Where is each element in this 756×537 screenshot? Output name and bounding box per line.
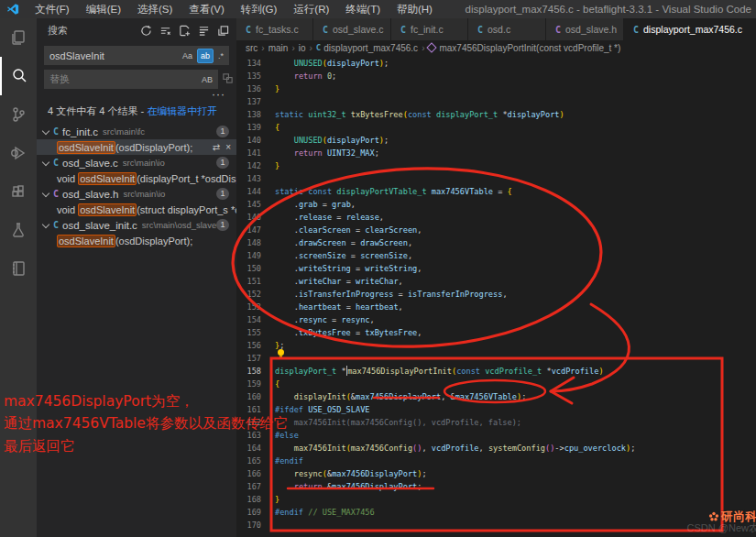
replace-input-placeholder: 替换 bbox=[49, 72, 197, 86]
code-area[interactable]: 134 UNUSED(displayPort);135 return 0;136… bbox=[236, 57, 756, 537]
line-number: 140 bbox=[236, 134, 261, 147]
file-path: src\main\io bbox=[123, 189, 216, 199]
file-row-osd_slave.h[interactable]: Cosd_slave.hsrc\main\io1 bbox=[37, 186, 236, 202]
whole-word-toggle[interactable]: ab bbox=[197, 49, 214, 63]
line-number: 155 bbox=[236, 326, 261, 339]
code-line-169: 169#endif // USE_MAX7456 bbox=[236, 506, 756, 519]
preserve-case-toggle[interactable]: AB bbox=[199, 73, 215, 86]
search-match-row[interactable]: void osdSlaveInit(struct displayPort_s *… bbox=[37, 202, 236, 217]
menu-item-v[interactable]: 查看(V) bbox=[181, 0, 232, 18]
line-number: 144 bbox=[236, 185, 261, 198]
run-debug-icon[interactable] bbox=[0, 134, 37, 172]
file-row-osd_slave_init.c[interactable]: Cosd_slave_init.csrc\main\osd_slave1 bbox=[37, 217, 236, 233]
file-name: fc_init.c bbox=[62, 126, 98, 137]
code-line-148: 148 .drawScreen = drawScreen, bbox=[236, 236, 756, 249]
breadcrumb-item-1[interactable]: main bbox=[268, 43, 289, 53]
menu-item-h[interactable]: 帮助(H) bbox=[389, 0, 441, 18]
menu-item-t[interactable]: 终端(T) bbox=[337, 0, 389, 18]
breadcrumb-item-0[interactable]: src bbox=[246, 43, 257, 53]
notebook-icon[interactable] bbox=[0, 249, 37, 288]
toggle-search-details-button[interactable]: ··· bbox=[37, 89, 236, 99]
line-content: .screenSize = screenSize, bbox=[261, 249, 412, 262]
code-line-134: 134 UNUSED(displayPort); bbox=[236, 57, 756, 70]
match-text: osdSlaveInit(osdDisplayPort); bbox=[57, 236, 192, 247]
line-number: 143 bbox=[236, 172, 261, 185]
chevron-down-icon[interactable] bbox=[40, 220, 51, 231]
search-match-row[interactable]: osdSlaveInit(osdDisplayPort);⇄× bbox=[37, 139, 236, 155]
code-line-147: 147 .clearScreen = clearScreen, bbox=[236, 224, 756, 236]
search-icon[interactable] bbox=[0, 57, 37, 95]
testing-beaker-icon[interactable] bbox=[0, 211, 37, 249]
tab-osd_slave.h[interactable]: Cosd_slave.h bbox=[546, 18, 624, 40]
code-line-160: 160 displayInit(&max7456DisplayPort, &ma… bbox=[236, 390, 756, 403]
search-match-row[interactable]: void osdSlaveInit(displayPort_t *osdDisp… bbox=[37, 170, 236, 186]
row-actions: ⇄× bbox=[207, 142, 231, 152]
clear-search-results-icon[interactable] bbox=[157, 22, 173, 38]
tab-displayport_max7456.c[interactable]: Cdisplayport_max7456.c bbox=[624, 18, 756, 40]
line-content: .writeChar = writeChar, bbox=[261, 275, 403, 288]
tab-fc_tasks.c[interactable]: Cfc_tasks.c bbox=[236, 18, 313, 40]
watermark: 研尚科技 CSDN @New农民 bbox=[687, 509, 756, 535]
new-search-editor-icon[interactable] bbox=[176, 22, 192, 38]
tab-osd.c[interactable]: Cosd.c bbox=[468, 18, 546, 40]
code-line-135: 135 return 0; bbox=[236, 70, 756, 82]
code-line-158: 158displayPort_t *max7456DisplayPortInit… bbox=[236, 365, 756, 378]
menu-item-g[interactable]: 转到(G) bbox=[233, 0, 286, 18]
menu-item-e[interactable]: 编辑(E) bbox=[78, 0, 129, 18]
code-line-165: 165#endif bbox=[236, 455, 756, 467]
menu-item-s[interactable]: 选择(S) bbox=[129, 0, 181, 18]
code-line-139: 139{ bbox=[236, 121, 756, 134]
open-in-editor-link[interactable]: 在编辑器中打开 bbox=[147, 105, 217, 116]
line-content: displayPort_t *max7456DisplayPortInit(co… bbox=[261, 365, 604, 378]
line-number: 157 bbox=[236, 352, 261, 365]
file-row-fc_init.c[interactable]: Cfc_init.csrc\main\fc1 bbox=[37, 124, 236, 139]
code-line-152: 152 .isTransferInProgress = isTransferIn… bbox=[236, 288, 756, 301]
match-text: void osdSlaveInit(struct displayPort_s *… bbox=[57, 204, 236, 215]
regex-toggle[interactable]: .* bbox=[215, 49, 226, 62]
chevron-down-icon[interactable] bbox=[40, 126, 51, 137]
source-control-icon[interactable] bbox=[0, 95, 37, 134]
breadcrumb-item-3[interactable]: Cdisplayport_max7456.c bbox=[316, 43, 418, 53]
replace-input[interactable]: 替换 AB bbox=[44, 70, 218, 89]
code-line-151: 151 .writeChar = writeChar, bbox=[236, 275, 756, 288]
open-in-editor-icon[interactable] bbox=[214, 22, 231, 38]
match-case-toggle[interactable]: Aa bbox=[180, 49, 195, 62]
tab-label: osd_slave.c bbox=[333, 24, 383, 35]
collapse-all-icon[interactable] bbox=[195, 22, 212, 38]
replace-all-icon[interactable] bbox=[218, 72, 236, 86]
breadcrumb-label: src bbox=[246, 43, 257, 53]
refresh-icon[interactable] bbox=[137, 22, 154, 38]
line-number: 159 bbox=[236, 378, 261, 390]
c-file-icon: C bbox=[316, 43, 321, 52]
line-number: 145 bbox=[236, 198, 261, 211]
tab-osd_slave.c[interactable]: Cosd_slave.c bbox=[313, 18, 391, 40]
search-match-row[interactable]: osdSlaveInit(osdDisplayPort); bbox=[37, 233, 236, 248]
line-content: .resync = resync, bbox=[261, 313, 375, 326]
code-line-142: 142} bbox=[236, 159, 756, 172]
dismiss-match-icon[interactable]: × bbox=[225, 142, 231, 152]
line-content: .heartbeat = heartbeat, bbox=[261, 301, 403, 313]
menu-item-r[interactable]: 运行(R) bbox=[285, 0, 337, 18]
lightbulb-icon[interactable] bbox=[278, 349, 284, 356]
menu-item-f[interactable]: 文件(F) bbox=[27, 0, 78, 18]
chevron-down-icon[interactable] bbox=[40, 189, 51, 200]
search-input[interactable]: osdSlaveInit Aa ab .* bbox=[44, 46, 229, 65]
code-line-155: 155 .txBytesFree = txBytesFree, bbox=[236, 326, 756, 339]
chevron-down-icon[interactable] bbox=[40, 158, 51, 169]
line-number: 147 bbox=[236, 224, 261, 236]
line-content: static uint32_t txBytesFree(const displa… bbox=[261, 108, 564, 121]
extensions-icon[interactable] bbox=[0, 172, 37, 211]
tab-fc_init.c[interactable]: Cfc_init.c bbox=[391, 18, 468, 40]
replace-match-icon[interactable]: ⇄ bbox=[213, 142, 220, 152]
search-results-summary: 4 文件中有 4 个结果 - 在编辑器中打开 bbox=[37, 99, 236, 122]
code-line-170: 170 bbox=[236, 519, 756, 532]
tab-label: osd.c bbox=[488, 24, 510, 35]
line-number: 166 bbox=[236, 467, 261, 480]
c-file-icon: C bbox=[477, 25, 483, 35]
file-row-osd_slave.c[interactable]: Cosd_slave.csrc\main\io1 bbox=[37, 155, 236, 170]
line-content: UNUSED(displayPort); bbox=[261, 57, 389, 70]
breadcrumb-item-4[interactable]: max7456DisplayPortInit(const vcdProfile_… bbox=[428, 43, 620, 53]
breadcrumb-item-2[interactable]: io bbox=[299, 43, 306, 53]
line-number: 151 bbox=[236, 275, 261, 288]
explorer-icon[interactable] bbox=[0, 18, 37, 57]
